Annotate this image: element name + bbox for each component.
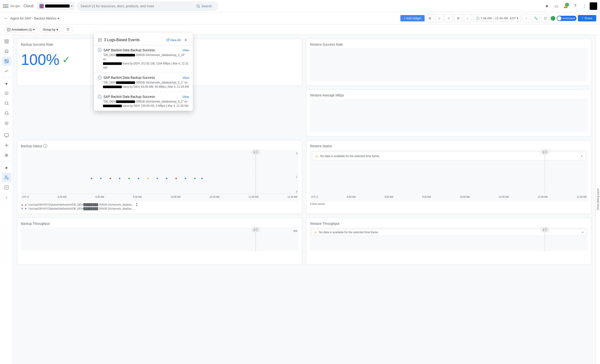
sidebar-item-overview[interactable]	[2, 37, 11, 46]
back-button[interactable]: ←	[4, 16, 9, 21]
restore-badge-info: ⓘ	[544, 150, 547, 154]
restore-throughput-no-data-text: No data is available for the selected ti…	[319, 231, 378, 234]
rx-1130: 11:30 AM	[577, 196, 587, 198]
sidebar-item-kubernetes[interactable]	[2, 141, 11, 150]
restore-event-badge[interactable]: 3 ⓘ	[541, 150, 549, 154]
throughput-event-badge[interactable]: 3 ⓘ	[252, 227, 260, 232]
backup-event-marker: 3 ⓘ	[252, 150, 260, 194]
rx-830: 8:30 AM	[347, 196, 356, 198]
sidebar-item-tasks[interactable]	[2, 183, 11, 192]
sidebar-item-dashboard[interactable]	[2, 56, 11, 66]
sidebar-item-logs[interactable]	[2, 89, 11, 98]
event-3-view-link[interactable]: View	[182, 95, 189, 99]
autosave-area: Autosave	[551, 16, 576, 21]
share-button[interactable]: ⤴ Share	[578, 15, 596, 21]
backup-status-info-icon[interactable]: i	[44, 144, 47, 148]
svg-point-36	[7, 178, 8, 179]
svg-point-44	[147, 178, 149, 179]
backup-rate-value: 100%	[21, 51, 59, 68]
sidebar-item-expand[interactable]: ›	[2, 193, 11, 202]
sidebar-item-groups[interactable]	[2, 173, 11, 182]
dashboard-dropdown-icon[interactable]: ▾	[58, 17, 59, 20]
restore-throughput-badge-info: ⓘ	[544, 228, 547, 231]
event-count-badge[interactable]: 3 ⓘ	[252, 150, 260, 154]
series-scroll[interactable]: ▲ ▼	[136, 203, 138, 207]
svg-line-7	[199, 7, 200, 8]
series-2-arrow: ▼	[21, 207, 24, 210]
widget-restore-status: Restore Status 3 ⓘ ⚠ No data is avai	[306, 140, 591, 214]
widget-title-restore-status: Restore Status	[310, 144, 588, 148]
cast-icon[interactable]: ▭	[552, 2, 561, 10]
project-selector[interactable]: ▾	[37, 2, 75, 10]
share-icon: ⤴	[582, 17, 583, 20]
series-1-arrow: ▲	[21, 203, 24, 206]
sidebar-item-dot2[interactable]: ◎	[2, 118, 11, 128]
close-no-data-icon[interactable]: ×	[581, 155, 583, 158]
star-button[interactable]: ☆	[435, 14, 443, 22]
event-2-view-link[interactable]: View	[182, 76, 189, 79]
time-range-label: 7:46 AM – 11:44 AM	[481, 17, 508, 20]
rx-900: 9:00 AM	[385, 196, 393, 198]
restore-throughput-badge[interactable]: 3 ⓘ	[541, 227, 549, 232]
widget-title-backup-status: Backup Status i	[21, 144, 298, 148]
sidebar-item-alerts[interactable]	[2, 108, 11, 118]
right-debug-panel: Show debug panel	[595, 35, 600, 364]
view-all-link[interactable]: View All	[166, 38, 181, 42]
search-zoom-button[interactable]: 🔍	[532, 14, 540, 22]
event-1-view-link[interactable]: View	[182, 48, 189, 52]
compare-button[interactable]: ⊡	[541, 14, 549, 22]
time-range-selector[interactable]: 🕐 7:46 AM – 11:44 AM EST ▾	[473, 15, 521, 22]
filter-button[interactable]	[63, 27, 73, 33]
event-3-name: SAP Backint Data Backup Success	[103, 95, 181, 99]
svg-point-30	[6, 145, 7, 146]
modal-close-button[interactable]: ×	[182, 37, 189, 43]
search-input[interactable]	[81, 4, 193, 8]
settings-button[interactable]: ⚙	[454, 14, 462, 22]
add-widget-button[interactable]: + Add widget	[400, 15, 425, 21]
status-green-dot	[551, 16, 555, 21]
throughput-event-marker: 3 ⓘ	[252, 227, 260, 251]
event-2-info-icon: i	[98, 76, 102, 79]
sidebar-item-services[interactable]: ⊕	[2, 150, 11, 160]
restore-throughput-marker: 3 ⓘ	[541, 227, 549, 251]
modal-header: 3 Logs-Based Events View All ×	[94, 33, 193, 45]
event-2-redacted2	[103, 86, 122, 88]
event-item-2: i SAP Backint Data Backup Success View "…	[94, 73, 193, 92]
dashboard-toolbar: ← Agent for SAP - Backint Metrics ▾ + Ad…	[0, 12, 600, 24]
view-all-label: View All	[170, 38, 181, 42]
svg-point-35	[5, 176, 7, 177]
widget-restore-throughput: Restore Throughput 3 ⓘ ⚠ No data is avai…	[306, 218, 591, 265]
autosave-toggle[interactable]: Autosave	[557, 16, 576, 21]
sidebar-item-metrics[interactable]	[2, 66, 11, 76]
view-toggle-button[interactable]: ⊞	[426, 14, 434, 22]
prev-button[interactable]: ‹	[464, 14, 472, 22]
group-by-filter[interactable]: Group by ▾	[40, 27, 61, 32]
event-3-redacted1	[116, 100, 135, 103]
next-button[interactable]: ›	[522, 14, 530, 22]
sidebar-item-dot3[interactable]: ●	[2, 163, 11, 172]
svg-point-50	[201, 178, 203, 179]
bookmark-icon[interactable]: ★	[543, 2, 551, 10]
x-label-930: 9:30 AM	[133, 196, 142, 198]
time-dropdown-icon: ▾	[517, 17, 518, 20]
svg-rect-15	[7, 40, 8, 41]
search-button[interactable]: Search	[194, 3, 214, 9]
sidebar-item-dot1[interactable]: ●	[2, 79, 11, 88]
notification-icon[interactable]: 🔔 2	[562, 2, 570, 10]
fullscreen-button[interactable]: ⤢	[445, 14, 453, 22]
widget-restore-success-rate: Restore Success Rate	[306, 38, 591, 86]
annotations-filter[interactable]: Annotations (1) ▾	[4, 27, 38, 33]
user-avatar[interactable]	[590, 2, 597, 10]
global-search-bar[interactable]: Search	[77, 2, 218, 10]
hamburger-menu[interactable]	[3, 3, 9, 9]
more-icon[interactable]: ⋮	[580, 2, 589, 10]
debug-panel-toggle[interactable]: Show debug panel	[597, 187, 599, 212]
svg-point-39	[100, 178, 102, 179]
sidebar-item-compute[interactable]	[2, 131, 11, 140]
help-icon[interactable]: ?	[571, 2, 579, 10]
widget-title-restore-throughput: Restore Throughput	[310, 222, 588, 225]
sidebar-item-search[interactable]	[2, 99, 11, 108]
close-restore-throughput-warning[interactable]: ×	[582, 231, 583, 234]
project-dropdown-icon: ▾	[71, 4, 72, 8]
sidebar-item-home[interactable]	[2, 47, 11, 56]
